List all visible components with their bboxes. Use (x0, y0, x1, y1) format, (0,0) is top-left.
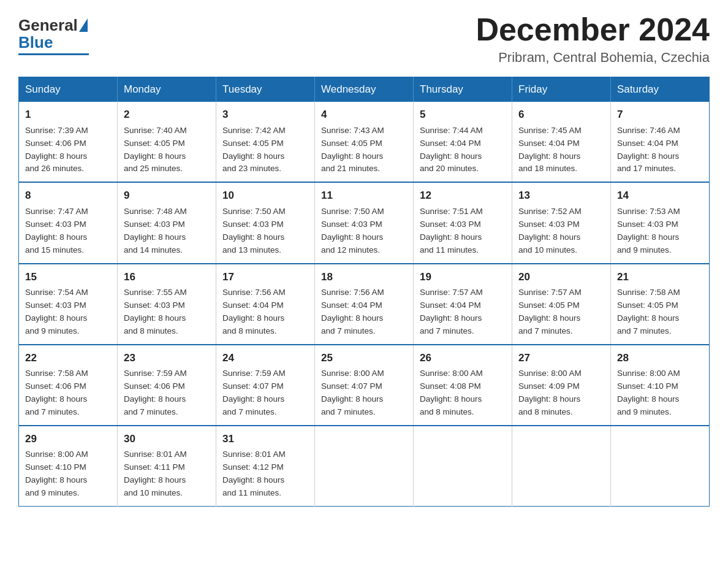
calendar-cell: 27Sunrise: 8:00 AMSunset: 4:09 PMDayligh… (512, 345, 611, 426)
day-info: Sunrise: 7:56 AMSunset: 4:04 PMDaylight:… (321, 288, 384, 335)
day-info: Sunrise: 8:00 AMSunset: 4:07 PMDaylight:… (321, 369, 384, 416)
logo-blue-text: Blue (18, 33, 53, 52)
calendar-cell: 7Sunrise: 7:46 AMSunset: 4:04 PMDaylight… (611, 102, 710, 182)
day-info: Sunrise: 7:58 AMSunset: 4:06 PMDaylight:… (25, 369, 88, 416)
day-info: Sunrise: 7:48 AMSunset: 4:03 PMDaylight:… (124, 207, 187, 255)
day-number: 15 (25, 269, 111, 285)
calendar-cell: 18Sunrise: 7:56 AMSunset: 4:04 PMDayligh… (315, 264, 414, 345)
calendar-cell: 20Sunrise: 7:57 AMSunset: 4:05 PMDayligh… (512, 264, 611, 345)
day-info: Sunrise: 7:53 AMSunset: 4:03 PMDaylight:… (617, 207, 680, 255)
day-number: 29 (25, 431, 111, 447)
col-sunday: Sunday (19, 77, 118, 102)
calendar-cell: 6Sunrise: 7:45 AMSunset: 4:04 PMDaylight… (512, 102, 611, 182)
col-wednesday: Wednesday (315, 77, 414, 102)
col-tuesday: Tuesday (216, 77, 315, 102)
day-info: Sunrise: 7:57 AMSunset: 4:05 PMDaylight:… (518, 288, 582, 335)
calendar-week-4: 22Sunrise: 7:58 AMSunset: 4:06 PMDayligh… (19, 345, 710, 426)
day-number: 13 (518, 188, 604, 204)
month-title: December 2024 (476, 12, 710, 47)
day-number: 20 (518, 269, 604, 285)
day-info: Sunrise: 7:47 AMSunset: 4:03 PMDaylight:… (25, 207, 88, 255)
day-number: 31 (222, 431, 308, 447)
calendar-cell (512, 426, 611, 507)
calendar-cell: 24Sunrise: 7:59 AMSunset: 4:07 PMDayligh… (216, 345, 315, 426)
calendar-cell (315, 426, 414, 507)
calendar-cell: 16Sunrise: 7:55 AMSunset: 4:03 PMDayligh… (118, 264, 216, 345)
day-number: 12 (420, 188, 506, 204)
logo: General Blue (18, 12, 89, 55)
calendar-cell: 2Sunrise: 7:40 AMSunset: 4:05 PMDaylight… (118, 102, 216, 182)
day-number: 18 (321, 269, 407, 285)
day-info: Sunrise: 8:00 AMSunset: 4:10 PMDaylight:… (617, 369, 680, 416)
calendar-table: Sunday Monday Tuesday Wednesday Thursday… (18, 77, 710, 507)
day-info: Sunrise: 7:56 AMSunset: 4:04 PMDaylight:… (222, 288, 286, 335)
calendar-cell: 11Sunrise: 7:50 AMSunset: 4:03 PMDayligh… (315, 182, 414, 263)
calendar-cell: 5Sunrise: 7:44 AMSunset: 4:04 PMDaylight… (414, 102, 512, 182)
calendar-week-1: 1Sunrise: 7:39 AMSunset: 4:06 PMDaylight… (19, 102, 710, 182)
day-number: 23 (124, 350, 210, 366)
day-info: Sunrise: 7:54 AMSunset: 4:03 PMDaylight:… (25, 288, 88, 335)
day-number: 14 (617, 188, 703, 204)
day-info: Sunrise: 7:43 AMSunset: 4:05 PMDaylight:… (321, 126, 384, 174)
calendar-cell: 13Sunrise: 7:52 AMSunset: 4:03 PMDayligh… (512, 182, 611, 263)
day-number: 16 (124, 269, 210, 285)
day-number: 4 (321, 107, 407, 123)
calendar-cell: 9Sunrise: 7:48 AMSunset: 4:03 PMDaylight… (118, 182, 216, 263)
day-number: 8 (25, 188, 111, 204)
col-friday: Friday (512, 77, 611, 102)
calendar-cell: 31Sunrise: 8:01 AMSunset: 4:12 PMDayligh… (216, 426, 315, 507)
day-info: Sunrise: 7:42 AMSunset: 4:05 PMDaylight:… (222, 126, 286, 174)
col-saturday: Saturday (611, 77, 710, 102)
logo-general-text: General (18, 17, 78, 33)
calendar-cell: 12Sunrise: 7:51 AMSunset: 4:03 PMDayligh… (414, 182, 512, 263)
day-number: 30 (124, 431, 210, 447)
day-info: Sunrise: 7:44 AMSunset: 4:04 PMDaylight:… (420, 126, 483, 174)
day-number: 10 (222, 188, 308, 204)
day-info: Sunrise: 7:50 AMSunset: 4:03 PMDaylight:… (222, 207, 286, 255)
day-number: 2 (124, 107, 210, 123)
calendar-cell: 1Sunrise: 7:39 AMSunset: 4:06 PMDaylight… (19, 102, 118, 182)
day-info: Sunrise: 7:57 AMSunset: 4:04 PMDaylight:… (420, 288, 483, 335)
day-number: 5 (420, 107, 506, 123)
day-number: 28 (617, 350, 703, 366)
title-area: December 2024 Pribram, Central Bohemia, … (476, 12, 710, 66)
day-info: Sunrise: 7:50 AMSunset: 4:03 PMDaylight:… (321, 207, 384, 255)
day-number: 25 (321, 350, 407, 366)
calendar-cell: 29Sunrise: 8:00 AMSunset: 4:10 PMDayligh… (19, 426, 118, 507)
day-number: 1 (25, 107, 111, 123)
location-title: Pribram, Central Bohemia, Czechia (476, 50, 710, 66)
calendar-cell: 30Sunrise: 8:01 AMSunset: 4:11 PMDayligh… (118, 426, 216, 507)
calendar-cell: 4Sunrise: 7:43 AMSunset: 4:05 PMDaylight… (315, 102, 414, 182)
calendar-cell: 15Sunrise: 7:54 AMSunset: 4:03 PMDayligh… (19, 264, 118, 345)
calendar-cell: 10Sunrise: 7:50 AMSunset: 4:03 PMDayligh… (216, 182, 315, 263)
calendar-cell (414, 426, 512, 507)
calendar-week-3: 15Sunrise: 7:54 AMSunset: 4:03 PMDayligh… (19, 264, 710, 345)
day-info: Sunrise: 7:52 AMSunset: 4:03 PMDaylight:… (518, 207, 582, 255)
day-number: 26 (420, 350, 506, 366)
col-monday: Monday (118, 77, 216, 102)
calendar-cell: 23Sunrise: 7:59 AMSunset: 4:06 PMDayligh… (118, 345, 216, 426)
day-info: Sunrise: 7:59 AMSunset: 4:06 PMDaylight:… (124, 369, 187, 416)
day-info: Sunrise: 7:39 AMSunset: 4:06 PMDaylight:… (25, 126, 88, 174)
day-info: Sunrise: 7:55 AMSunset: 4:03 PMDaylight:… (124, 288, 187, 335)
day-number: 3 (222, 107, 308, 123)
day-number: 9 (124, 188, 210, 204)
calendar-week-2: 8Sunrise: 7:47 AMSunset: 4:03 PMDaylight… (19, 182, 710, 263)
day-number: 24 (222, 350, 308, 366)
day-info: Sunrise: 7:51 AMSunset: 4:03 PMDaylight:… (420, 207, 483, 255)
day-info: Sunrise: 8:01 AMSunset: 4:12 PMDaylight:… (222, 450, 286, 497)
calendar-cell: 25Sunrise: 8:00 AMSunset: 4:07 PMDayligh… (315, 345, 414, 426)
calendar-cell: 26Sunrise: 8:00 AMSunset: 4:08 PMDayligh… (414, 345, 512, 426)
calendar-cell: 21Sunrise: 7:58 AMSunset: 4:05 PMDayligh… (611, 264, 710, 345)
day-number: 6 (518, 107, 604, 123)
calendar-cell: 28Sunrise: 8:00 AMSunset: 4:10 PMDayligh… (611, 345, 710, 426)
day-info: Sunrise: 8:00 AMSunset: 4:09 PMDaylight:… (518, 369, 582, 416)
logo-underline (18, 53, 89, 55)
day-info: Sunrise: 8:00 AMSunset: 4:08 PMDaylight:… (420, 369, 483, 416)
day-number: 17 (222, 269, 308, 285)
calendar-cell: 17Sunrise: 7:56 AMSunset: 4:04 PMDayligh… (216, 264, 315, 345)
day-number: 21 (617, 269, 703, 285)
day-number: 19 (420, 269, 506, 285)
calendar-cell: 19Sunrise: 7:57 AMSunset: 4:04 PMDayligh… (414, 264, 512, 345)
calendar-week-5: 29Sunrise: 8:00 AMSunset: 4:10 PMDayligh… (19, 426, 710, 507)
